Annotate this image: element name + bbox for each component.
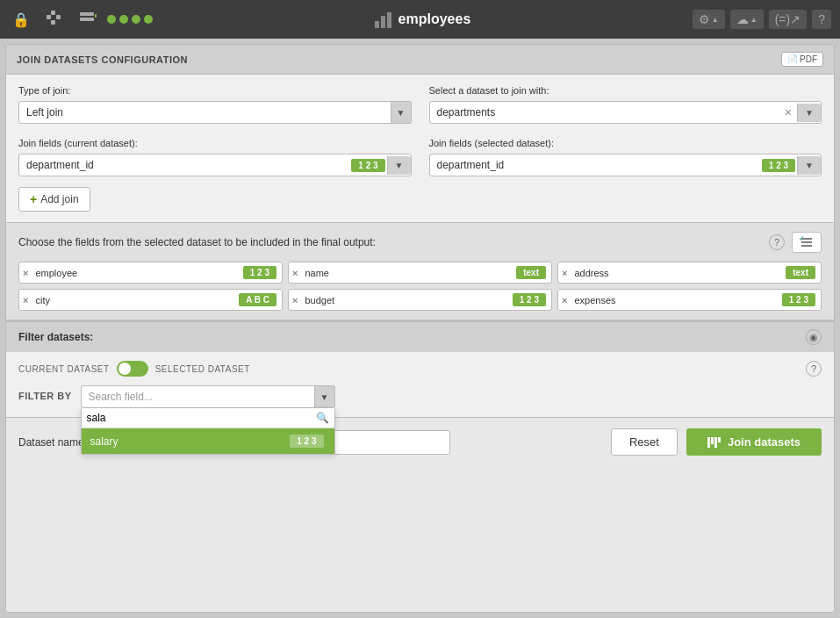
search-icon: 🔍 xyxy=(316,412,329,424)
main-panel: JOIN DATASETS CONFIGURATION 📄 PDF Type o… xyxy=(5,44,835,613)
field-remove-budget[interactable]: × xyxy=(292,295,298,305)
join-type-group: Type of join: Left join ▼ xyxy=(18,85,412,124)
field-item-city: × city A B C xyxy=(18,289,283,311)
filter-collapse-button[interactable]: ◉ xyxy=(806,329,822,345)
section-header: JOIN DATASETS CONFIGURATION 📄 PDF xyxy=(6,45,834,75)
add-join-label: Add join xyxy=(40,193,78,205)
join-fields-selected-value: department_id xyxy=(430,154,760,176)
field-badge-budget: 1 2 3 xyxy=(513,293,546,306)
filter-by-label: FILTER BY xyxy=(18,385,72,401)
check-list-button[interactable] xyxy=(792,232,822,253)
dropdown-item-salary[interactable]: salary 1 2 3 xyxy=(82,428,334,454)
toggle-switch[interactable] xyxy=(117,361,148,377)
filter-dropdown-arrow[interactable]: ▼ xyxy=(314,385,335,408)
dot-4 xyxy=(144,15,153,24)
join-datasets-button[interactable]: Join datasets xyxy=(686,428,822,456)
join-fields-selected-wrapper: department_id 1 2 3 ▼ xyxy=(429,154,822,176)
add-join-button[interactable]: + Add join xyxy=(18,187,90,212)
form-area: Type of join: Left join ▼ Select a datas… xyxy=(6,75,834,222)
join-fields-selected-arrow[interactable]: ▼ xyxy=(797,156,821,175)
join-fields-current-label: Join fields (current dataset): xyxy=(18,138,412,148)
bar-chart-icon xyxy=(375,11,391,28)
filter-select[interactable]: Search field... xyxy=(81,385,335,408)
toolbar: 🔒 employees xyxy=(0,0,840,39)
plus-icon: + xyxy=(30,192,37,206)
formula-button[interactable]: (=)↗ xyxy=(769,10,808,29)
field-badge-name: text xyxy=(516,266,546,279)
field-badge-employee: 1 2 3 xyxy=(243,266,276,279)
toolbar-right: ⚙ ▲ ☁ ▲ (=)↗ ? xyxy=(693,10,831,29)
dataset-arrow-button[interactable]: ▼ xyxy=(797,104,821,122)
checklist-icon xyxy=(800,235,814,249)
pdf-button[interactable]: 📄 PDF xyxy=(781,52,823,67)
field-name-city: city xyxy=(32,293,233,307)
field-name-address: address xyxy=(571,266,780,280)
dataset-name-label: Dataset name: xyxy=(18,436,87,449)
cloud-button[interactable]: ☁ ▲ xyxy=(730,10,764,29)
join-fields-row: Join fields (current dataset): departmen… xyxy=(18,138,822,176)
field-item-budget: × budget 1 2 3 xyxy=(288,289,552,311)
dataset-select-value: departments xyxy=(430,102,779,123)
join-fields-selected-badge: 1 2 3 xyxy=(762,159,795,172)
pdf-icon: 📄 xyxy=(787,54,798,64)
join-type-select[interactable]: Left join xyxy=(18,101,412,124)
field-remove-expenses[interactable]: × xyxy=(562,295,567,305)
settings-button[interactable]: ⚙ ▲ xyxy=(693,10,725,29)
filter-row: FILTER BY Search field... ▼ 🔍 salary xyxy=(18,385,822,408)
dataset-clear-button[interactable]: × xyxy=(779,105,797,119)
lock-icon[interactable]: 🔒 xyxy=(9,8,33,32)
join-datasets-icon xyxy=(707,437,721,448)
field-name-employee: employee xyxy=(32,266,237,280)
selected-dataset-label: SELECTED DATASET xyxy=(155,364,250,374)
field-name-budget: budget xyxy=(301,293,506,307)
dropdown-item-salary-badge: 1 2 3 xyxy=(290,435,323,448)
join-type-arrow[interactable]: ▼ xyxy=(391,101,412,124)
field-remove-address[interactable]: × xyxy=(562,268,567,278)
fields-grid: × employee 1 2 3 × name text × address t… xyxy=(18,262,822,311)
field-name-name: name xyxy=(301,266,511,280)
dot-3 xyxy=(132,15,140,24)
svg-marker-10 xyxy=(95,14,97,18)
top-form-row: Type of join: Left join ▼ Select a datas… xyxy=(18,85,822,124)
dropdown-search: 🔍 xyxy=(82,408,334,428)
dataset-toggle: CURRENT DATASET SELECTED DATASET xyxy=(18,361,822,377)
field-badge-expenses: 1 2 3 xyxy=(782,293,815,306)
field-remove-employee[interactable]: × xyxy=(23,268,28,278)
filter-section: Filter datasets: ◉ ? CURRENT DATASET SEL… xyxy=(6,320,834,417)
filter-header: Filter datasets: ◉ xyxy=(6,322,834,352)
filter-help-button[interactable]: ? xyxy=(806,361,822,377)
network-icon[interactable] xyxy=(40,4,67,34)
filter-content: ? CURRENT DATASET SELECTED DATASET FILTE… xyxy=(6,352,834,417)
dot-1 xyxy=(107,15,116,24)
join-type-label: Type of join: xyxy=(18,85,412,96)
fields-help-button[interactable]: ? xyxy=(769,234,785,250)
filter-header-label: Filter datasets: xyxy=(18,331,93,343)
fields-section: Choose the fields from the selected data… xyxy=(6,222,834,320)
join-type-select-wrapper: Left join ▼ xyxy=(18,101,412,124)
field-item-address: × address text xyxy=(557,262,822,284)
fields-header-text: Choose the fields from the selected data… xyxy=(18,236,762,248)
join-fields-selected-group: Join fields (selected dataset): departme… xyxy=(429,138,822,176)
field-item-employee: × employee 1 2 3 xyxy=(18,262,283,284)
join-fields-current-group: Join fields (current dataset): departmen… xyxy=(18,138,412,176)
svg-rect-9 xyxy=(80,18,94,21)
dropdown-item-salary-label: salary xyxy=(90,435,118,448)
field-remove-city[interactable]: × xyxy=(23,295,28,305)
fields-header: Choose the fields from the selected data… xyxy=(18,232,822,253)
page-title: employees xyxy=(160,11,686,28)
reset-button[interactable]: Reset xyxy=(611,428,678,456)
filter-field-wrapper: Search field... ▼ 🔍 salary 1 2 3 xyxy=(81,385,335,408)
layers-icon[interactable] xyxy=(74,4,100,34)
join-fields-current-badge: 1 2 3 xyxy=(351,159,384,172)
join-fields-current-value: department_id xyxy=(19,154,349,176)
field-item-expenses: × expenses 1 2 3 xyxy=(557,289,822,311)
join-fields-current-wrapper: department_id 1 2 3 ▼ xyxy=(18,154,412,176)
current-dataset-label: CURRENT DATASET xyxy=(18,364,110,374)
field-remove-name[interactable]: × xyxy=(292,268,298,278)
field-item-name: × name text xyxy=(288,262,552,284)
help-button[interactable]: ? xyxy=(812,10,831,29)
join-fields-selected-label: Join fields (selected dataset): xyxy=(429,138,822,148)
dropdown-search-input[interactable] xyxy=(87,412,312,424)
dataset-select-label: Select a dataset to join with: xyxy=(429,85,822,96)
join-fields-current-arrow[interactable]: ▼ xyxy=(387,156,411,175)
